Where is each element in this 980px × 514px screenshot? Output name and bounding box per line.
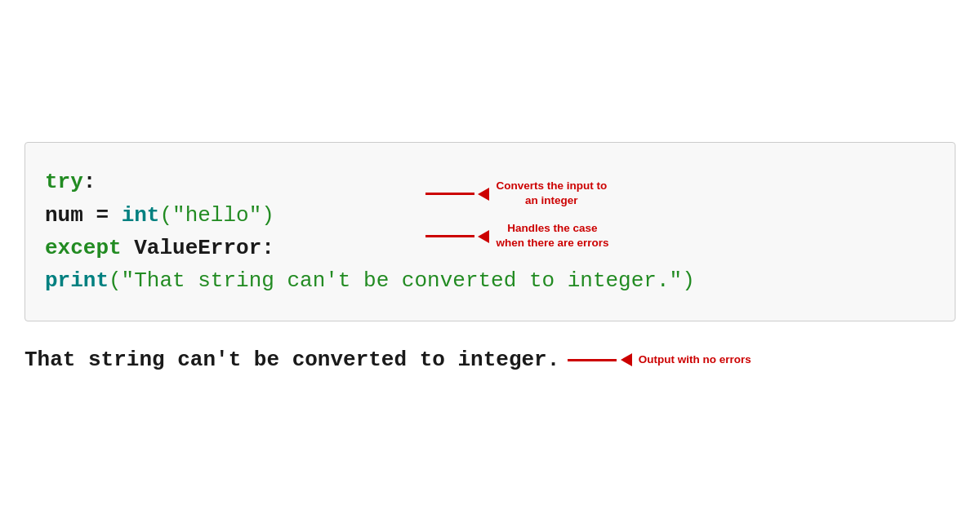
arrow-head-1 (478, 188, 489, 201)
ann-output-text: Output with no errors (639, 352, 751, 367)
arrow-head-2 (478, 230, 489, 243)
annotation-handles: Handles the casewhen there are errors (425, 221, 609, 250)
arrow-output (568, 352, 631, 367)
keyword-try: try (45, 170, 83, 194)
arrow-shaft-2 (425, 235, 474, 237)
arrow-shaft-output (568, 359, 617, 361)
keyword-except: except (45, 236, 122, 260)
arrow-head-output (621, 353, 632, 366)
arrow-1 (425, 186, 489, 201)
eq-sign: = (83, 203, 122, 228)
output-section: That string can't be converted to intege… (24, 348, 956, 372)
arrow-shaft-1 (425, 193, 474, 195)
annotation-output: Output with no errors (568, 352, 751, 367)
space-3 (122, 236, 135, 260)
var-num: num (45, 203, 83, 228)
exc-valueerror: ValueError (134, 236, 261, 260)
code-line-4: print("That string can't be converted to… (45, 264, 935, 297)
colon-3: : (261, 236, 274, 260)
fn-print: print (45, 268, 109, 293)
arg-hello: ("hello") (159, 203, 274, 228)
ann2-text: Handles the casewhen there are errors (496, 221, 608, 250)
str-message: ("That string can't be converted to inte… (109, 268, 695, 293)
arrow-2 (425, 228, 489, 243)
colon-1: : (83, 170, 96, 194)
code-box: try: num = int("hello") except ValueErro… (24, 142, 956, 321)
annotation-converts: Converts the input toan integer (425, 179, 607, 207)
output-text: That string can't be converted to intege… (24, 348, 559, 372)
ann1-text: Converts the input toan integer (496, 179, 607, 207)
fn-int: int (122, 203, 160, 228)
